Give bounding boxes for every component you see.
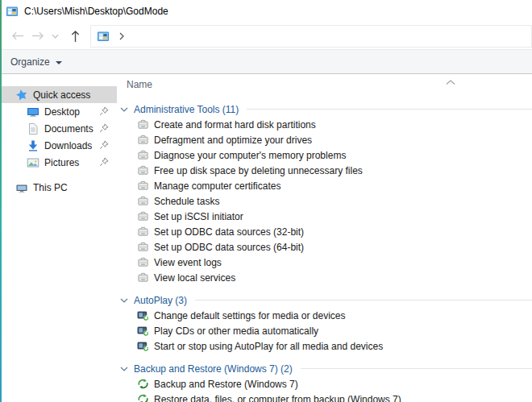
admin-tools-icon (137, 149, 149, 161)
admin-tools-icon (137, 134, 149, 146)
quick-access-star-icon (15, 89, 28, 102)
sidebar-item-this-pc[interactable]: This PC (2, 179, 117, 196)
back-arrow-icon[interactable] (6, 27, 27, 46)
autoplay-icon (137, 325, 149, 337)
content-area: Quick access Desktop Documents Downloads… (2, 74, 532, 402)
admin-tools-icon (137, 118, 149, 131)
address-bar[interactable] (90, 25, 532, 48)
sidebar-item-quick-access[interactable]: Quick access (2, 86, 117, 103)
chevron-down-icon[interactable] (119, 107, 129, 112)
admin-tools-icon (137, 271, 149, 284)
group-rule (195, 300, 532, 300)
backup-icon (137, 378, 149, 390)
list-item[interactable]: Create and format hard disk partitions (117, 117, 532, 132)
downloads-icon (27, 139, 39, 152)
list-item[interactable]: Defragment and optimize your drives (117, 132, 532, 147)
navigation-pane: Quick access Desktop Documents Downloads… (2, 74, 117, 402)
pin-icon (98, 122, 110, 134)
item-group: Administrative Tools (11) Create and for… (117, 102, 532, 285)
pin-icon (98, 156, 110, 168)
group-rule (301, 368, 532, 369)
sidebar-item-documents[interactable]: Documents (2, 120, 117, 137)
admin-tools-icon (137, 180, 149, 192)
list-item[interactable]: Free up disk space by deleting unnecessa… (117, 163, 532, 178)
list-item[interactable]: Diagnose your computer's memory problems (117, 147, 532, 163)
up-arrow-icon[interactable] (64, 27, 85, 46)
chevron-down-icon[interactable] (48, 27, 61, 46)
title-bar: C:\Users\Mish\Desktop\GodMode (2, 0, 532, 23)
list-item[interactable]: Manage computer certificates (117, 178, 532, 193)
autoplay-icon (137, 340, 149, 352)
organize-button[interactable]: Organize (10, 56, 62, 68)
pin-icon (98, 106, 110, 117)
sidebar-item-downloads[interactable]: Downloads (2, 137, 117, 154)
forward-arrow-icon[interactable] (27, 27, 48, 46)
list-item[interactable]: Start or stop using AutoPlay for all med… (117, 338, 532, 354)
item-group: Backup and Restore (Windows 7) (2) Backu… (117, 361, 532, 402)
list-item[interactable]: Play CDs or other media automatically (117, 323, 532, 338)
admin-tools-icon (137, 241, 149, 253)
godmode-icon (6, 5, 19, 18)
chevron-right-icon[interactable] (114, 26, 129, 47)
organize-label: Organize (10, 56, 50, 68)
list-item[interactable]: Set up ODBC data sources (32-bit) (117, 224, 532, 239)
sidebar-item-pictures[interactable]: Pictures (2, 154, 117, 171)
explorer-window: C:\Users\Mish\Desktop\GodMode Organize Q… (0, 0, 532, 402)
group-header-backup-and-restore-windows-7[interactable]: Backup and Restore (Windows 7) (2) (117, 361, 532, 376)
list-item[interactable]: Set up iSCSI initiator (117, 209, 532, 224)
chevron-down-icon[interactable] (119, 298, 129, 303)
desktop-icon (27, 106, 39, 118)
item-group: AutoPlay (3) Change default settings for… (117, 292, 532, 354)
list-item[interactable]: Set up ODBC data sources (64-bit) (117, 239, 532, 255)
list-item[interactable]: View local services (117, 270, 532, 285)
group-rule (247, 109, 532, 110)
this-pc-icon (15, 181, 28, 194)
sort-ascending-caret-icon[interactable] (446, 76, 455, 87)
sidebar-item-desktop[interactable]: Desktop (2, 103, 117, 120)
file-list-pane: Name Administrative Tools (11) Create an… (117, 74, 532, 402)
pin-icon (98, 139, 110, 151)
list-item[interactable]: Restore data, files, or computer from ba… (117, 392, 532, 402)
autoplay-icon (137, 309, 149, 321)
godmode-icon (97, 30, 110, 43)
list-item[interactable]: View event logs (117, 255, 532, 270)
backup-icon (137, 393, 149, 402)
command-toolbar: Organize (2, 49, 532, 74)
list-item[interactable]: Schedule tasks (117, 193, 532, 209)
list-item[interactable]: Backup and Restore (Windows 7) (117, 376, 532, 392)
chevron-down-icon (56, 61, 62, 64)
admin-tools-icon (137, 195, 149, 207)
admin-tools-icon (137, 256, 149, 268)
group-header-administrative-tools[interactable]: Administrative Tools (11) (117, 102, 532, 117)
documents-icon (27, 122, 39, 135)
admin-tools-icon (137, 164, 149, 176)
admin-tools-icon (137, 210, 149, 222)
navigation-bar (2, 23, 532, 49)
list-item[interactable]: Change default settings for media or dev… (117, 308, 532, 323)
chevron-down-icon[interactable] (119, 367, 129, 371)
admin-tools-icon (137, 226, 149, 238)
window-title: C:\Users\Mish\Desktop\GodMode (24, 6, 168, 17)
pictures-icon (27, 156, 39, 169)
column-header-name[interactable]: Name (117, 74, 532, 94)
group-header-autoplay[interactable]: AutoPlay (3) (117, 292, 532, 308)
